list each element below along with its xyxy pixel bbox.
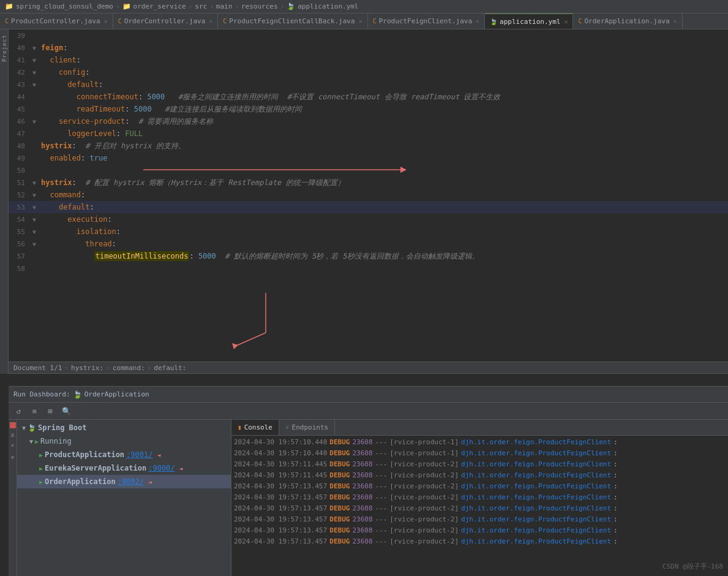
code-content: default: [39, 80, 728, 89]
layout-button[interactable]: ⊞ [43, 404, 58, 418]
line-number: 45 [9, 105, 30, 113]
src-name[interactable]: src [195, 2, 207, 10]
order-port-link[interactable]: :9002/ [118, 477, 144, 486]
run-icon: ▶ [35, 438, 39, 445]
line-number: 41 [9, 56, 30, 64]
web-icon[interactable]: ⊕ [11, 454, 14, 460]
run-icon-eureka: ▶ [39, 465, 43, 472]
line-number: 40 [9, 44, 30, 52]
favorites-icon[interactable]: ★ [11, 442, 14, 448]
tab-close-icon[interactable]: ✕ [674, 18, 677, 25]
structure-icon[interactable]: ≣ [11, 432, 14, 438]
run-side-icons: ≣ ★ ⊕ [9, 420, 17, 576]
fold-gutter: ▼ [30, 69, 39, 76]
fold-gutter: ▼ [30, 180, 39, 186]
list-button[interactable]: ≡ [27, 404, 42, 418]
tab-application-yml[interactable]: 🍃 application.yml ✕ [485, 13, 573, 29]
code-line-50: 50 [9, 164, 728, 176]
fold-gutter: ▼ [30, 241, 39, 248]
run-icon-order: ▶ [39, 479, 43, 485]
code-line-53: 53 ▼ default: [9, 201, 728, 213]
tab-endpoints[interactable]: ⚡ Endpoints [279, 420, 335, 435]
tab-product-controller[interactable]: C ProductController.java ✕ [0, 13, 113, 29]
fold-gutter: ▼ [30, 57, 39, 64]
fold-gutter: ▼ [30, 216, 39, 223]
breadcrumb-part3: default: [154, 364, 186, 372]
file-name[interactable]: application.yml [298, 2, 358, 10]
spring-boot-tree-icon: 🍃 [28, 424, 36, 432]
run-app-name: OrderApplication [84, 390, 149, 398]
running-label: Running [40, 437, 72, 445]
filter-button[interactable]: 🔍 [59, 404, 73, 418]
fold-gutter: ▼ [30, 45, 39, 51]
log-line-4: 2024-04-30 19:57:11.445 DEBUG 23608 --- … [234, 470, 726, 481]
main-name[interactable]: main [216, 2, 233, 10]
resources-name[interactable]: resources [241, 2, 278, 10]
code-line-52: 52 ▼ command: [9, 189, 728, 201]
code-line-46: 46 ▼ service-product: # 需要调用的服务名称 [9, 115, 728, 127]
tree-running[interactable]: ▼ ▶ Running [17, 434, 231, 448]
log-line-3: 2024-04-30 19:57:11.445 DEBUG 23608 --- … [234, 459, 726, 470]
console-tab-label: Console [244, 423, 272, 431]
eureka-app-label: EurekaServerApplication [45, 464, 146, 472]
spring-boot-label: Spring Boot [38, 423, 86, 432]
line-number: 49 [9, 154, 30, 162]
module-name[interactable]: order_service [133, 2, 186, 10]
tab-feign-client[interactable]: C ProductFeignClient.java ✕ [368, 13, 485, 29]
console-output: 2024-04-30 19:57:10.440 DEBUG 23608 --- … [231, 436, 728, 576]
code-content: default: [39, 203, 728, 211]
tab-label: ProductFeignClientCallBack.java [229, 17, 355, 25]
tab-icon-c: C [118, 18, 122, 25]
code-line-56: 56 ▼ thread: [9, 238, 728, 250]
tree-spring-boot[interactable]: ▼ 🍃 Spring Boot [17, 421, 231, 434]
refresh-button[interactable]: ↺ [11, 404, 26, 418]
tab-console[interactable]: ▮ Console [231, 420, 279, 435]
project-panel-label[interactable]: Project [1, 34, 7, 62]
tab-close-icon[interactable]: ✕ [104, 18, 108, 25]
code-content: thread: [39, 240, 728, 248]
product-port-link[interactable]: :9001/ [126, 450, 152, 459]
arrow-indicator-order: ◄ [148, 479, 152, 485]
tab-feign-callback[interactable]: C ProductFeignClientCallBack.java ✕ [218, 13, 367, 29]
tab-close-icon[interactable]: ✕ [564, 18, 568, 25]
tab-label: ProductFeignClient.java [379, 17, 472, 25]
line-number: 55 [9, 228, 30, 236]
breadcrumb-bar: 📁 spring_cloud_sonsul_demo › 📁 order_ser… [0, 0, 728, 13]
tab-icon-c: C [5, 18, 9, 25]
fold-gutter: ▼ [30, 81, 39, 88]
tree-eureka-app[interactable]: ▶ EurekaServerApplication :9000/ ◄ [17, 461, 231, 475]
project-name[interactable]: spring_cloud_sonsul_demo [16, 2, 113, 10]
tab-close-icon[interactable]: ✕ [209, 18, 212, 25]
arrow-indicator-eureka: ◄ [179, 465, 183, 472]
product-app-label: ProductApplication [45, 450, 124, 459]
code-content: isolation: [39, 227, 728, 236]
log-line-6: 2024-04-30 19:57:13.457 DEBUG 23608 --- … [234, 492, 726, 503]
tab-order-controller[interactable]: C OrderController.java ✕ [113, 13, 219, 29]
run-dashboard-panel: Run Dashboard: 🍃 OrderApplication ↺ ≡ ⊞ … [9, 386, 728, 576]
code-content: hystrix: # 配置 hystrix 熔断（Hystrix：基于 Rest… [39, 178, 728, 188]
log-line-5: 2024-04-30 19:57:13.457 DEBUG 23608 --- … [234, 481, 726, 492]
tab-close-icon[interactable]: ✕ [359, 18, 362, 25]
line-number: 43 [9, 81, 30, 89]
stop-icon[interactable] [10, 422, 16, 428]
line-number: 53 [9, 203, 30, 211]
watermark: CSDN @段子手-168 [662, 562, 723, 571]
tree-product-app[interactable]: ▶ ProductApplication :9001/ ◄ [17, 448, 231, 461]
code-line-42: 42 ▼ config: [9, 66, 728, 78]
log-line-10: 2024-04-30 19:57:13.457 DEBUG 23608 --- … [234, 536, 726, 547]
tab-bar: C ProductController.java ✕ C OrderContro… [0, 13, 728, 29]
eureka-port-link[interactable]: :9000/ [148, 464, 174, 472]
line-number: 47 [9, 130, 30, 138]
code-content: readTimeout: 5000 #建立连接后从服务端读取到数据用的时间 [39, 104, 728, 115]
tab-close-icon[interactable]: ✕ [476, 18, 479, 25]
code-line-44: 44 connectTimeout: 5000 #服务之间建立连接所用的时间 #… [9, 91, 728, 103]
breadcrumb-part2: command: [113, 364, 145, 372]
status-breadcrumb: Document 1/1 › hystrix: › command: › def… [9, 362, 728, 374]
code-lines: 39 40 ▼ feign: 41 ▼ client: 42 ▼ config:… [9, 29, 728, 374]
code-content: feign: [39, 44, 728, 52]
code-content: timeoutInMilliseconds: 5000 # 默认的熔断超时时间为… [39, 251, 728, 262]
tab-order-application[interactable]: C OrderApplication.java ✕ [573, 13, 682, 29]
line-number: 48 [9, 142, 30, 150]
tree-order-app[interactable]: ▶ OrderApplication :9002/ ◄ [17, 475, 231, 488]
code-line-54: 54 ▼ execution: [9, 213, 728, 225]
